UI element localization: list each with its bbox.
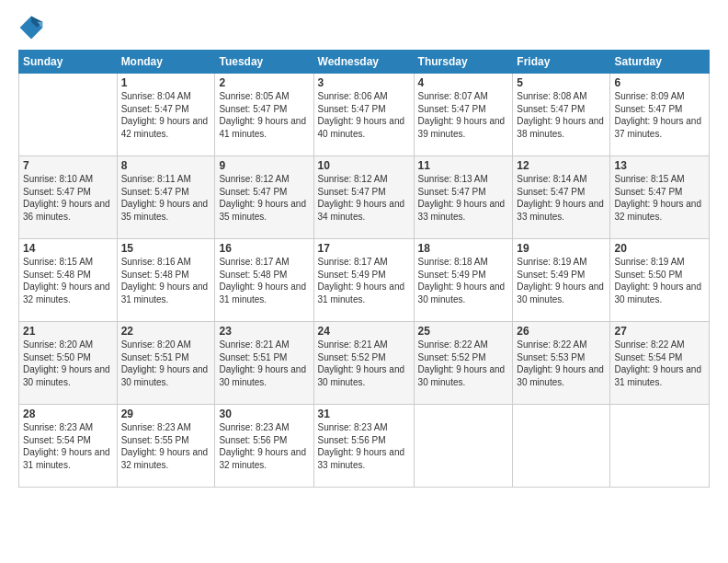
calendar-cell: 3Sunrise: 8:06 AMSunset: 5:47 PMDaylight… <box>313 74 414 156</box>
header-cell-tuesday: Tuesday <box>215 51 313 74</box>
day-number: 30 <box>219 408 309 420</box>
calendar-cell: 19Sunrise: 8:19 AMSunset: 5:49 PMDayligh… <box>513 239 610 322</box>
day-number: 31 <box>318 408 410 420</box>
day-number: 9 <box>219 159 309 172</box>
day-info: Sunrise: 8:22 AMSunset: 5:53 PMDaylight:… <box>517 339 606 388</box>
day-info: Sunrise: 8:22 AMSunset: 5:52 PMDaylight:… <box>418 339 509 388</box>
calendar-cell: 2Sunrise: 8:05 AMSunset: 5:47 PMDaylight… <box>215 74 313 156</box>
calendar-cell: 18Sunrise: 8:18 AMSunset: 5:49 PMDayligh… <box>414 239 513 322</box>
calendar-cell: 29Sunrise: 8:23 AMSunset: 5:55 PMDayligh… <box>117 405 215 488</box>
calendar-cell: 8Sunrise: 8:11 AMSunset: 5:47 PMDaylight… <box>117 156 215 239</box>
day-number: 11 <box>418 159 509 172</box>
day-number: 27 <box>614 325 705 338</box>
day-info: Sunrise: 8:09 AMSunset: 5:47 PMDaylight:… <box>614 90 705 140</box>
calendar-week-3: 21Sunrise: 8:20 AMSunset: 5:50 PMDayligh… <box>19 322 710 405</box>
day-number: 14 <box>23 242 113 255</box>
calendar-cell <box>610 405 710 488</box>
calendar-week-0: 1Sunrise: 8:04 AMSunset: 5:47 PMDaylight… <box>19 74 710 156</box>
day-number: 3 <box>318 76 410 89</box>
day-info: Sunrise: 8:12 AMSunset: 5:47 PMDaylight:… <box>318 173 410 223</box>
day-info: Sunrise: 8:23 AMSunset: 5:54 PMDaylight:… <box>23 421 113 471</box>
day-number: 5 <box>517 76 606 89</box>
calendar-cell: 28Sunrise: 8:23 AMSunset: 5:54 PMDayligh… <box>19 405 118 488</box>
day-number: 12 <box>517 159 606 172</box>
day-number: 19 <box>517 242 606 255</box>
calendar-cell: 12Sunrise: 8:14 AMSunset: 5:47 PMDayligh… <box>513 156 610 239</box>
day-number: 18 <box>418 242 509 255</box>
day-info: Sunrise: 8:07 AMSunset: 5:47 PMDaylight:… <box>418 90 509 140</box>
calendar-cell: 22Sunrise: 8:20 AMSunset: 5:51 PMDayligh… <box>117 322 215 405</box>
calendar-cell: 14Sunrise: 8:15 AMSunset: 5:48 PMDayligh… <box>19 239 118 322</box>
day-info: Sunrise: 8:16 AMSunset: 5:48 PMDaylight:… <box>121 256 211 305</box>
calendar-cell: 26Sunrise: 8:22 AMSunset: 5:53 PMDayligh… <box>513 322 610 405</box>
day-info: Sunrise: 8:06 AMSunset: 5:47 PMDaylight:… <box>318 90 410 140</box>
day-info: Sunrise: 8:17 AMSunset: 5:49 PMDaylight:… <box>318 256 410 305</box>
header-cell-thursday: Thursday <box>414 51 513 74</box>
day-info: Sunrise: 8:18 AMSunset: 5:49 PMDaylight:… <box>418 256 509 305</box>
day-info: Sunrise: 8:17 AMSunset: 5:48 PMDaylight:… <box>219 256 309 305</box>
day-info: Sunrise: 8:04 AMSunset: 5:47 PMDaylight:… <box>121 90 211 140</box>
logo <box>18 15 48 40</box>
day-number: 1 <box>121 76 211 89</box>
day-info: Sunrise: 8:08 AMSunset: 5:47 PMDaylight:… <box>517 90 606 140</box>
day-info: Sunrise: 8:21 AMSunset: 5:52 PMDaylight:… <box>318 339 410 388</box>
day-info: Sunrise: 8:22 AMSunset: 5:54 PMDaylight:… <box>614 339 705 388</box>
calendar-cell: 24Sunrise: 8:21 AMSunset: 5:52 PMDayligh… <box>313 322 414 405</box>
day-number: 10 <box>318 159 410 172</box>
calendar-cell: 1Sunrise: 8:04 AMSunset: 5:47 PMDaylight… <box>117 74 215 156</box>
calendar-cell: 23Sunrise: 8:21 AMSunset: 5:51 PMDayligh… <box>215 322 313 405</box>
page-container: SundayMondayTuesdayWednesdayThursdayFrid… <box>0 0 728 563</box>
day-info: Sunrise: 8:19 AMSunset: 5:50 PMDaylight:… <box>614 256 705 305</box>
calendar-cell: 4Sunrise: 8:07 AMSunset: 5:47 PMDaylight… <box>414 74 513 156</box>
day-number: 15 <box>121 242 211 255</box>
day-number: 20 <box>614 242 705 255</box>
calendar-cell: 6Sunrise: 8:09 AMSunset: 5:47 PMDaylight… <box>610 74 710 156</box>
day-info: Sunrise: 8:12 AMSunset: 5:47 PMDaylight:… <box>219 173 309 223</box>
calendar-cell: 25Sunrise: 8:22 AMSunset: 5:52 PMDayligh… <box>414 322 513 405</box>
day-number: 2 <box>219 76 309 89</box>
day-info: Sunrise: 8:15 AMSunset: 5:47 PMDaylight:… <box>614 173 705 223</box>
day-number: 25 <box>418 325 509 338</box>
day-number: 28 <box>23 408 113 420</box>
day-info: Sunrise: 8:11 AMSunset: 5:47 PMDaylight:… <box>121 173 211 223</box>
day-info: Sunrise: 8:20 AMSunset: 5:51 PMDaylight:… <box>121 339 211 388</box>
day-number: 4 <box>418 76 509 89</box>
day-info: Sunrise: 8:20 AMSunset: 5:50 PMDaylight:… <box>23 339 113 388</box>
calendar-week-2: 14Sunrise: 8:15 AMSunset: 5:48 PMDayligh… <box>19 239 710 322</box>
calendar-cell: 20Sunrise: 8:19 AMSunset: 5:50 PMDayligh… <box>610 239 710 322</box>
day-number: 21 <box>23 325 113 338</box>
header-cell-sunday: Sunday <box>19 51 118 74</box>
calendar-table: SundayMondayTuesdayWednesdayThursdayFrid… <box>18 50 710 488</box>
header-cell-saturday: Saturday <box>610 51 710 74</box>
calendar-cell: 9Sunrise: 8:12 AMSunset: 5:47 PMDaylight… <box>215 156 313 239</box>
logo-icon <box>18 15 44 40</box>
day-info: Sunrise: 8:21 AMSunset: 5:51 PMDaylight:… <box>219 339 309 388</box>
calendar-cell: 16Sunrise: 8:17 AMSunset: 5:48 PMDayligh… <box>215 239 313 322</box>
calendar-cell: 27Sunrise: 8:22 AMSunset: 5:54 PMDayligh… <box>610 322 710 405</box>
calendar-cell: 13Sunrise: 8:15 AMSunset: 5:47 PMDayligh… <box>610 156 710 239</box>
day-number: 13 <box>614 159 705 172</box>
day-number: 16 <box>219 242 309 255</box>
day-info: Sunrise: 8:23 AMSunset: 5:56 PMDaylight:… <box>318 421 410 471</box>
calendar-cell: 30Sunrise: 8:23 AMSunset: 5:56 PMDayligh… <box>215 405 313 488</box>
calendar-week-4: 28Sunrise: 8:23 AMSunset: 5:54 PMDayligh… <box>19 405 710 488</box>
header-row: SundayMondayTuesdayWednesdayThursdayFrid… <box>19 51 710 74</box>
day-number: 7 <box>23 159 113 172</box>
calendar-cell <box>513 405 610 488</box>
calendar-cell <box>19 74 118 156</box>
calendar-cell: 21Sunrise: 8:20 AMSunset: 5:50 PMDayligh… <box>19 322 118 405</box>
day-number: 8 <box>121 159 211 172</box>
calendar-cell: 7Sunrise: 8:10 AMSunset: 5:47 PMDaylight… <box>19 156 118 239</box>
calendar-cell: 15Sunrise: 8:16 AMSunset: 5:48 PMDayligh… <box>117 239 215 322</box>
day-info: Sunrise: 8:05 AMSunset: 5:47 PMDaylight:… <box>219 90 309 140</box>
page-header <box>18 15 710 40</box>
day-number: 29 <box>121 408 211 420</box>
calendar-body: 1Sunrise: 8:04 AMSunset: 5:47 PMDaylight… <box>19 74 710 488</box>
calendar-header: SundayMondayTuesdayWednesdayThursdayFrid… <box>19 51 710 74</box>
calendar-cell: 5Sunrise: 8:08 AMSunset: 5:47 PMDaylight… <box>513 74 610 156</box>
header-cell-monday: Monday <box>117 51 215 74</box>
day-info: Sunrise: 8:23 AMSunset: 5:56 PMDaylight:… <box>219 421 309 471</box>
day-info: Sunrise: 8:10 AMSunset: 5:47 PMDaylight:… <box>23 173 113 223</box>
header-cell-wednesday: Wednesday <box>313 51 414 74</box>
day-number: 24 <box>318 325 410 338</box>
